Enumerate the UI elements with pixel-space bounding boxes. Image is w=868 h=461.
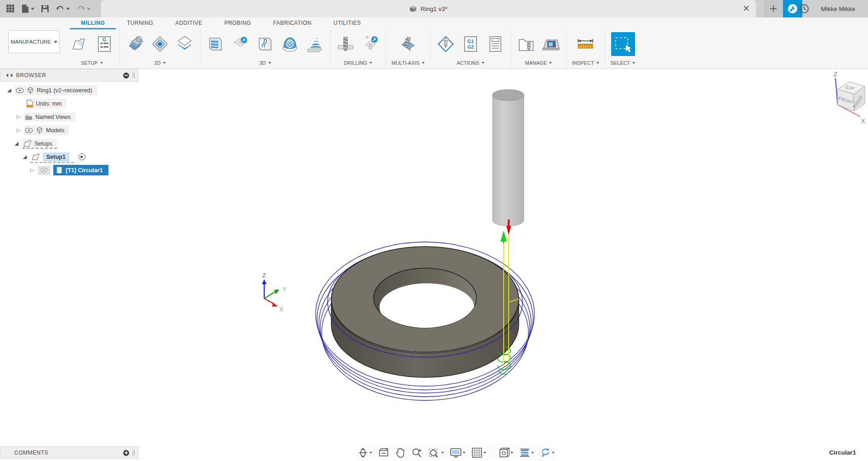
ring-model xyxy=(331,247,519,377)
dropdown-caret-icon xyxy=(552,452,555,455)
tree-label[interactable]: Named Views xyxy=(35,114,71,120)
dropdown-caret-icon xyxy=(483,452,486,455)
comments-panel: COMMENTS xyxy=(0,446,139,459)
layout-split-icon xyxy=(519,448,530,458)
window-zoom-button[interactable] xyxy=(427,446,445,459)
comments-header[interactable]: COMMENTS xyxy=(0,446,139,459)
tree-label[interactable]: Units: mm xyxy=(36,101,62,107)
tree-row-named-views[interactable]: ▷ Named Views xyxy=(0,110,139,124)
visibility-off-icon[interactable] xyxy=(40,167,48,173)
dropdown-caret-icon xyxy=(463,452,465,455)
grid-button[interactable] xyxy=(470,446,488,459)
viewports-button[interactable] xyxy=(497,446,515,459)
expand-icon[interactable]: ◢ xyxy=(14,141,19,146)
viewcube-x-label: X xyxy=(861,118,865,124)
origin-triad: Z Y X xyxy=(262,272,287,313)
triad-z-label: Z xyxy=(262,272,266,279)
layout-split-button[interactable] xyxy=(518,447,535,459)
collapse-arrow-icon[interactable]: ▷ xyxy=(29,167,35,173)
grid-icon xyxy=(471,447,482,458)
tree-row-models[interactable]: ▷ Models xyxy=(0,124,139,137)
display-settings-button[interactable] xyxy=(448,446,467,459)
viewcube[interactable]: TOP FRONT RIGHT Z X xyxy=(821,69,868,129)
tool-cylinder xyxy=(493,90,524,226)
operation-tool-icon xyxy=(56,167,62,174)
selected-operation-row[interactable]: [T1] Circular1 xyxy=(53,165,108,175)
setups-folder-icon xyxy=(23,140,32,147)
tree-row-root[interactable]: ◢ Ring1 (v2~recovered) xyxy=(0,84,139,97)
dropdown-caret-icon xyxy=(369,452,372,455)
active-setup-radio-icon[interactable] xyxy=(79,153,85,160)
tree-label[interactable]: Ring1 (v2~recovered) xyxy=(37,87,92,94)
dropdown-caret-icon xyxy=(531,452,534,455)
triad-x-label: X xyxy=(279,306,284,313)
dropdown-caret-icon xyxy=(441,452,444,455)
tree-label[interactable]: Models xyxy=(46,127,64,134)
collapse-arrow-icon[interactable]: ▷ xyxy=(16,114,21,120)
display-settings-icon xyxy=(450,447,462,458)
tree-row-setups[interactable]: ◢ Setups xyxy=(0,137,139,150)
browser-panel: BROWSER ◢ Ring1 (v2~recovered) Units: mm… xyxy=(0,69,139,177)
browser-title: BROWSER xyxy=(16,72,46,79)
panel-drag-grip[interactable] xyxy=(133,450,135,455)
view-navigation-toolbar xyxy=(356,445,556,460)
look-at-button[interactable] xyxy=(377,447,391,459)
tree-row-setup1[interactable]: ◢ Setup1 xyxy=(0,150,139,163)
tree-row-circular1[interactable]: ▷ [T1] Circular1 xyxy=(0,163,139,177)
tree-label[interactable]: Setup1 xyxy=(43,152,69,162)
expand-icon[interactable]: ◢ xyxy=(6,87,12,93)
viewcube-z-axis xyxy=(835,78,838,105)
tree-label[interactable]: Setups xyxy=(34,141,52,147)
visibility-eye-icon[interactable] xyxy=(16,88,24,93)
look-at-icon xyxy=(378,448,389,458)
comments-title: COMMENTS xyxy=(14,450,48,456)
add-comment-icon[interactable] xyxy=(123,450,129,456)
refresh-icon xyxy=(540,447,551,458)
units-document-icon xyxy=(27,100,33,107)
collapse-arrow-icon[interactable]: ▷ xyxy=(16,127,21,133)
zoom-icon xyxy=(411,447,422,458)
dropdown-caret-icon xyxy=(511,452,513,455)
window-zoom-icon xyxy=(428,447,440,458)
triad-y-label: Y xyxy=(283,286,287,292)
expand-icon[interactable]: ◢ xyxy=(22,154,28,160)
zoom-button[interactable] xyxy=(410,446,424,459)
viewcube-z-label: Z xyxy=(834,71,837,78)
active-operation-status: Circular1 xyxy=(829,449,856,456)
orbit-button[interactable] xyxy=(356,446,374,459)
tree-label: [T1] Circular1 xyxy=(66,167,103,174)
refresh-button[interactable] xyxy=(539,446,556,459)
viewports-icon xyxy=(499,447,510,458)
browser-tree: ◢ Ring1 (v2~recovered) Units: mm ▷ Named… xyxy=(0,82,139,177)
setup-folder-icon xyxy=(31,153,40,161)
pan-button[interactable] xyxy=(394,446,407,459)
panel-drag-grip[interactable] xyxy=(133,73,135,78)
component-icon xyxy=(27,87,34,94)
browser-header[interactable]: BROWSER xyxy=(0,69,139,82)
tree-row-units[interactable]: Units: mm xyxy=(0,97,139,110)
collapse-panel-icon[interactable] xyxy=(4,73,12,77)
component-icon xyxy=(36,127,43,134)
visibility-eye-icon[interactable] xyxy=(25,128,33,133)
orbit-icon xyxy=(357,447,369,458)
folder-icon xyxy=(25,114,33,120)
hide-panel-icon[interactable] xyxy=(123,73,129,79)
pan-hand-icon xyxy=(395,447,405,458)
